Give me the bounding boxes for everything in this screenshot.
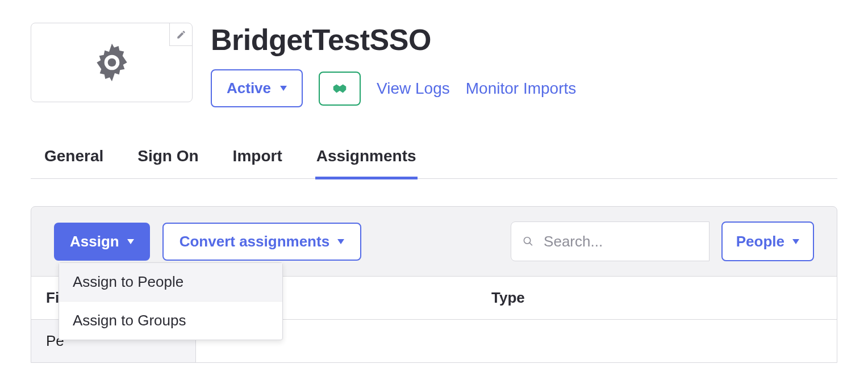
chevron-down-icon — [280, 86, 287, 91]
search-box — [511, 221, 710, 261]
tab-assignments[interactable]: Assignments — [315, 147, 418, 179]
status-dropdown[interactable]: Active — [211, 69, 303, 107]
type-column-header: Type — [196, 277, 837, 320]
assign-to-groups-item[interactable]: Assign to Groups — [59, 302, 282, 340]
edit-logo-button[interactable] — [169, 23, 192, 46]
search-icon — [523, 235, 533, 248]
chevron-down-icon — [127, 239, 134, 244]
gear-icon — [89, 40, 135, 85]
handshake-icon — [331, 82, 348, 95]
monitor-imports-link[interactable]: Monitor Imports — [466, 80, 577, 98]
app-logo-box — [31, 23, 193, 102]
svg-line-3 — [529, 242, 532, 245]
filter-label: People — [736, 233, 784, 250]
assign-dropdown-menu: Assign to People Assign to Groups — [59, 262, 283, 340]
convert-assignments-button[interactable]: Convert assignments — [162, 223, 361, 261]
toolbar: Assign Convert assignments People Assign… — [31, 207, 837, 276]
search-input[interactable] — [544, 233, 698, 250]
handshake-button[interactable] — [319, 72, 361, 106]
chevron-down-icon — [792, 239, 799, 244]
tab-general[interactable]: General — [43, 147, 105, 179]
app-title: BridgetTestSSO — [211, 23, 837, 57]
assign-label: Assign — [70, 233, 119, 250]
status-label: Active — [227, 80, 271, 97]
tabs: General Sign On Import Assignments — [31, 147, 837, 179]
pencil-icon — [176, 30, 186, 40]
svg-point-2 — [524, 237, 530, 244]
assign-to-people-item[interactable]: Assign to People — [59, 263, 282, 302]
assign-button[interactable]: Assign — [54, 223, 150, 261]
people-filter-dropdown[interactable]: People — [721, 221, 814, 261]
convert-label: Convert assignments — [180, 233, 329, 250]
view-logs-link[interactable]: View Logs — [377, 80, 450, 98]
assignments-panel: Assign Convert assignments People Assign… — [31, 206, 837, 363]
tab-sign-on[interactable]: Sign On — [136, 147, 199, 179]
svg-point-1 — [107, 58, 116, 67]
tab-import[interactable]: Import — [232, 147, 283, 179]
chevron-down-icon — [337, 239, 344, 244]
